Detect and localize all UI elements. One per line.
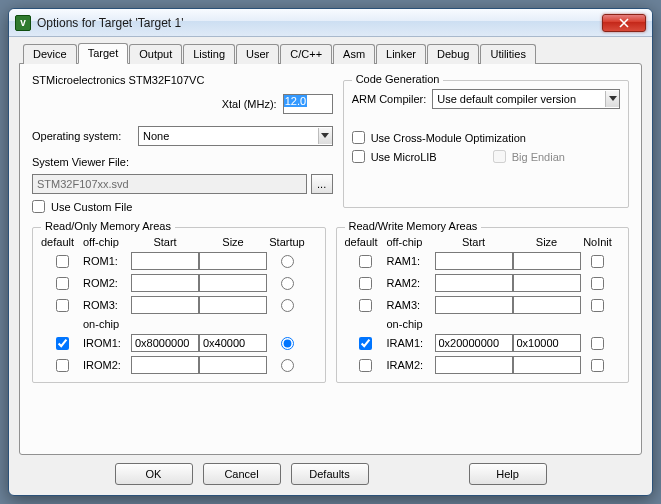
tab-target[interactable]: Target [78,43,129,64]
ok-button[interactable]: OK [115,463,193,485]
chevron-down-icon [318,128,332,144]
ram2-default-checkbox[interactable] [359,277,372,290]
window-title: Options for Target 'Target 1' [37,16,602,30]
os-value: None [143,130,169,142]
rom2-startup-radio[interactable] [281,277,294,290]
rw-hdr-onchip: on-chip [387,318,435,330]
ram1-label: RAM1: [387,255,435,267]
tab-output[interactable]: Output [129,44,182,64]
microlib-checkbox[interactable] [352,150,365,163]
bigendian-label: Big Endian [512,151,565,163]
iram2-start-input[interactable] [435,356,513,374]
ram2-start-input[interactable] [435,274,513,292]
irom2-start-input[interactable] [131,356,199,374]
irom1-start-input[interactable] [131,334,199,352]
defaults-button[interactable]: Defaults [291,463,369,485]
rw-hdr-offchip: off-chip [387,236,435,248]
rw-group-title: Read/Write Memory Areas [345,220,482,232]
mcu-label: STMicroelectronics STM32F107VC [32,74,333,86]
ram1-start-input[interactable] [435,252,513,270]
ram1-default-checkbox[interactable] [359,255,372,268]
rom3-label: ROM3: [83,299,131,311]
cancel-button[interactable]: Cancel [203,463,281,485]
bigendian-row: Big Endian [493,150,565,163]
svf-input[interactable] [32,174,307,194]
ram3-noinit-checkbox[interactable] [591,299,604,312]
os-combo[interactable]: None [138,126,333,146]
irom1-startup-radio[interactable] [281,337,294,350]
cross-opt-row[interactable]: Use Cross-Module Optimization [352,131,620,144]
rom1-default-checkbox[interactable] [56,255,69,268]
irom2-default-checkbox[interactable] [56,359,69,372]
rom2-default-checkbox[interactable] [56,277,69,290]
irom2-size-input[interactable] [199,356,267,374]
tab-ccpp[interactable]: C/C++ [280,44,332,64]
irom2-label: IROM2: [83,359,131,371]
tab-utilities[interactable]: Utilities [480,44,535,64]
tab-listing[interactable]: Listing [183,44,235,64]
rom3-start-input[interactable] [131,296,199,314]
iram1-default-checkbox[interactable] [359,337,372,350]
xtal-value: 12.0 [284,95,307,107]
iram1-noinit-checkbox[interactable] [591,337,604,350]
ram2-noinit-checkbox[interactable] [591,277,604,290]
irom1-label: IROM1: [83,337,131,349]
irom1-default-checkbox[interactable] [56,337,69,350]
ram3-default-checkbox[interactable] [359,299,372,312]
svf-browse-button[interactable]: ... [311,174,333,194]
ro-hdr-startup: Startup [267,236,307,248]
tab-user[interactable]: User [236,44,279,64]
tab-asm[interactable]: Asm [333,44,375,64]
ram2-size-input[interactable] [513,274,581,292]
tab-debug[interactable]: Debug [427,44,479,64]
iram2-label: IRAM2: [387,359,435,371]
tab-device[interactable]: Device [23,44,77,64]
close-icon [619,18,629,28]
ram3-start-input[interactable] [435,296,513,314]
rom1-size-input[interactable] [199,252,267,270]
iram1-label: IRAM1: [387,337,435,349]
ram1-size-input[interactable] [513,252,581,270]
tab-linker[interactable]: Linker [376,44,426,64]
iram1-size-input[interactable] [513,334,581,352]
ro-hdr-start: Start [131,236,199,248]
rom3-default-checkbox[interactable] [56,299,69,312]
dialog-window: v Options for Target 'Target 1' Device T… [8,8,653,496]
custom-file-label: Use Custom File [51,201,132,213]
rom3-size-input[interactable] [199,296,267,314]
iram2-size-input[interactable] [513,356,581,374]
rw-hdr-start: Start [435,236,513,248]
tab-strip: Device Target Output Listing User C/C++ … [19,44,642,64]
bigendian-checkbox [493,150,506,163]
cross-opt-checkbox[interactable] [352,131,365,144]
client-area: Device Target Output Listing User C/C++ … [9,37,652,495]
iram2-noinit-checkbox[interactable] [591,359,604,372]
irom1-size-input[interactable] [199,334,267,352]
xtal-input[interactable]: 12.0 [283,94,333,114]
ram3-label: RAM3: [387,299,435,311]
ro-hdr-size: Size [199,236,267,248]
iram1-start-input[interactable] [435,334,513,352]
ram3-size-input[interactable] [513,296,581,314]
rom2-start-input[interactable] [131,274,199,292]
rw-hdr-size: Size [513,236,581,248]
rom1-startup-radio[interactable] [281,255,294,268]
ro-hdr-default: default [41,236,83,248]
chevron-down-icon [605,91,619,107]
iram2-default-checkbox[interactable] [359,359,372,372]
ro-group-title: Read/Only Memory Areas [41,220,175,232]
app-icon: v [15,15,31,31]
rom1-start-input[interactable] [131,252,199,270]
custom-file-checkbox[interactable] [32,200,45,213]
close-button[interactable] [602,14,646,32]
custom-file-row[interactable]: Use Custom File [32,200,333,213]
rom2-size-input[interactable] [199,274,267,292]
ram1-noinit-checkbox[interactable] [591,255,604,268]
microlib-row[interactable]: Use MicroLIB [352,150,437,163]
rom1-label: ROM1: [83,255,131,267]
help-button[interactable]: Help [469,463,547,485]
compiler-combo[interactable]: Use default compiler version [432,89,620,109]
rom3-startup-radio[interactable] [281,299,294,312]
irom2-startup-radio[interactable] [281,359,294,372]
os-label: Operating system: [32,130,132,142]
